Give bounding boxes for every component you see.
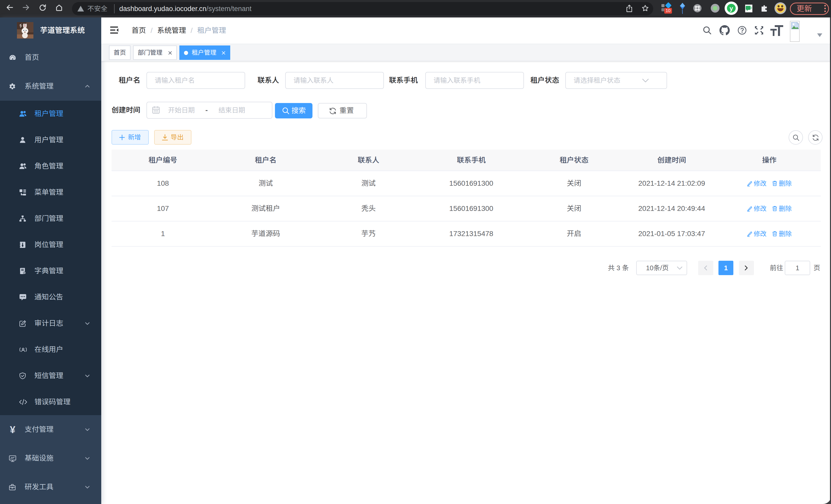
svg-text:¥: ¥	[10, 426, 15, 434]
